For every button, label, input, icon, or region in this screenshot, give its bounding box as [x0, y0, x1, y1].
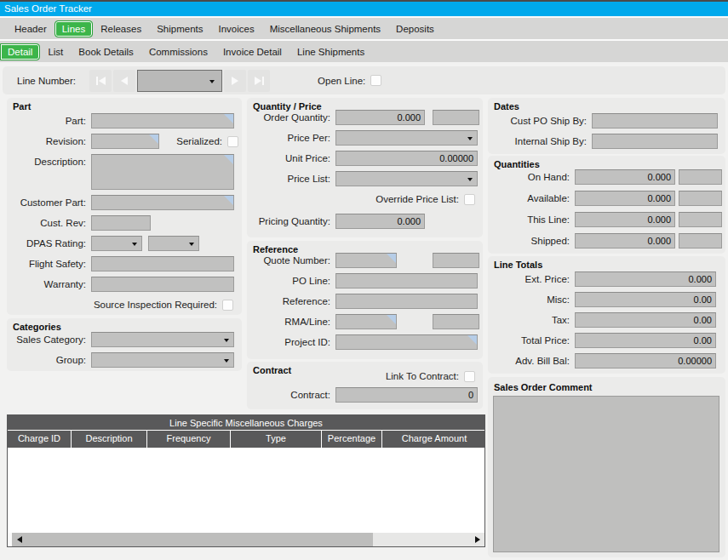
on-hand-uom-field[interactable] [679, 169, 722, 185]
sales-category-select[interactable] [91, 332, 234, 347]
customer-part-field[interactable] [91, 195, 234, 210]
tab-header[interactable]: Header [7, 20, 54, 38]
override-price-list-checkbox[interactable] [464, 194, 475, 205]
price-list-label: Price List: [250, 174, 335, 184]
contract-group: Contract Link To Contract: Contract: 0 [247, 362, 483, 409]
column-charge-id[interactable]: Charge ID [8, 431, 72, 448]
adv-bill-bal-field[interactable]: 0.00000 [575, 353, 716, 369]
tab-commissions[interactable]: Commissions [141, 43, 215, 61]
next-record-icon [232, 77, 238, 85]
warranty-label: Warranty: [10, 279, 91, 289]
reference-field[interactable] [335, 294, 478, 309]
price-list-select[interactable] [335, 171, 478, 186]
tab-miscellaneous-shipments[interactable]: Miscellaneous Shipments [262, 20, 388, 38]
quote-number-field[interactable] [335, 253, 397, 268]
unit-price-field[interactable]: 0.00000 [335, 151, 478, 166]
group-select[interactable] [91, 352, 234, 368]
this-line-field[interactable]: 0.000 [575, 212, 675, 227]
price-per-select[interactable] [335, 130, 478, 146]
customer-part-label: Customer Part: [10, 197, 91, 208]
tab-releases[interactable]: Releases [93, 20, 149, 38]
quote-line-field[interactable] [433, 253, 479, 268]
warranty-field[interactable] [91, 277, 234, 292]
internal-ship-by-field[interactable] [592, 134, 718, 149]
sales-order-tracker-window: Sales Order Tracker Header Lines Release… [0, 0, 728, 560]
rma-line-label: RMA/Line: [250, 317, 335, 327]
cust-po-ship-by-label: Cust PO Ship By: [491, 116, 592, 126]
previous-record-button[interactable] [113, 70, 135, 92]
dropdown-caret-icon [467, 178, 473, 181]
next-record-button[interactable] [224, 70, 246, 92]
scrollbar-thumb[interactable] [12, 533, 373, 546]
on-hand-field[interactable]: 0.000 [575, 169, 675, 185]
dpas-rating-select-2[interactable] [148, 236, 199, 251]
categories-group-title: Categories [13, 322, 61, 332]
column-frequency[interactable]: Frequency [147, 431, 231, 448]
total-price-label: Total Price: [491, 335, 575, 346]
link-to-contract-checkbox[interactable] [464, 371, 475, 382]
po-line-field[interactable] [335, 273, 478, 289]
open-line-checkbox[interactable] [370, 75, 381, 86]
part-label: Part: [10, 116, 91, 126]
order-quantity-uom-field[interactable] [433, 110, 479, 125]
tab-invoice-detail[interactable]: Invoice Detail [215, 43, 289, 61]
sales-order-comment-title: Sales Order Comment [494, 382, 593, 392]
tab-lines[interactable]: Lines [54, 20, 94, 37]
tab-detail[interactable]: Detail [0, 43, 40, 60]
reference-group: Reference Quote Number: PO Line: Referen… [247, 241, 483, 359]
tab-invoices[interactable]: Invoices [211, 20, 262, 38]
reference-label: Reference: [250, 296, 335, 306]
line-number-select[interactable] [137, 70, 222, 92]
cust-rev-field[interactable] [91, 215, 151, 231]
column-percentage[interactable]: Percentage [322, 431, 382, 448]
horizontal-scrollbar[interactable] [8, 533, 484, 546]
tab-line-shipments[interactable]: Line Shipments [289, 43, 372, 61]
project-id-field[interactable] [335, 334, 478, 350]
misc-charges-table-body [8, 448, 484, 533]
source-inspection-checkbox[interactable] [222, 300, 233, 311]
misc-charges-table-title: Line Specific Miscellaneous Charges [8, 415, 484, 431]
dpas-rating-select-1[interactable] [91, 236, 142, 251]
column-charge-amount[interactable]: Charge Amount [382, 431, 486, 448]
serialized-checkbox[interactable] [227, 136, 238, 147]
part-field[interactable] [91, 113, 234, 129]
total-price-field[interactable]: 0.00 [575, 333, 716, 348]
last-record-button[interactable] [248, 70, 270, 92]
quantity-price-group: Quantity / Price Order Quantity: 0.000 P… [247, 98, 483, 237]
cust-po-ship-by-field[interactable] [592, 113, 718, 129]
dropdown-caret-icon [132, 243, 137, 246]
available-field[interactable]: 0.000 [575, 191, 675, 206]
rma-field[interactable] [335, 314, 397, 329]
override-price-list-label: Override Price List: [375, 194, 464, 204]
first-record-button[interactable] [89, 70, 112, 92]
this-line-uom-field[interactable] [679, 212, 722, 227]
scroll-right-button[interactable] [471, 533, 484, 546]
rma-line-field[interactable] [433, 314, 479, 329]
ext-price-field[interactable]: 0.000 [575, 271, 716, 287]
shipped-uom-field[interactable] [679, 233, 722, 249]
group-label: Group: [10, 355, 91, 365]
tab-list[interactable]: List [40, 43, 71, 61]
description-field[interactable] [91, 154, 234, 190]
cust-rev-label: Cust. Rev: [10, 218, 91, 228]
open-line-label: Open Line: [318, 76, 370, 86]
available-uom-field[interactable] [679, 191, 722, 206]
order-quantity-field[interactable]: 0.000 [335, 110, 425, 125]
column-description[interactable]: Description [72, 431, 147, 448]
line-totals-group: Line Totals Ext. Price: 0.000 Misc: 0.00… [488, 256, 725, 374]
column-type[interactable]: Type [231, 431, 322, 448]
tab-shipments[interactable]: Shipments [149, 20, 210, 38]
revision-field[interactable] [91, 134, 159, 149]
tax-field[interactable]: 0.00 [575, 312, 716, 328]
contract-field[interactable]: 0 [335, 387, 478, 403]
pricing-quantity-field[interactable]: 0.000 [335, 214, 425, 229]
sales-order-comment-field[interactable] [493, 396, 719, 552]
misc-field[interactable]: 0.00 [575, 292, 716, 307]
window-title: Sales Order Tracker [0, 0, 728, 16]
link-to-contract-label: Link To Contract: [386, 371, 464, 381]
shipped-field[interactable]: 0.000 [575, 233, 675, 249]
tab-deposits[interactable]: Deposits [388, 20, 442, 38]
flight-safety-field[interactable] [91, 256, 234, 271]
tab-book-details[interactable]: Book Details [71, 43, 141, 61]
scrollbar-track[interactable] [373, 533, 471, 546]
